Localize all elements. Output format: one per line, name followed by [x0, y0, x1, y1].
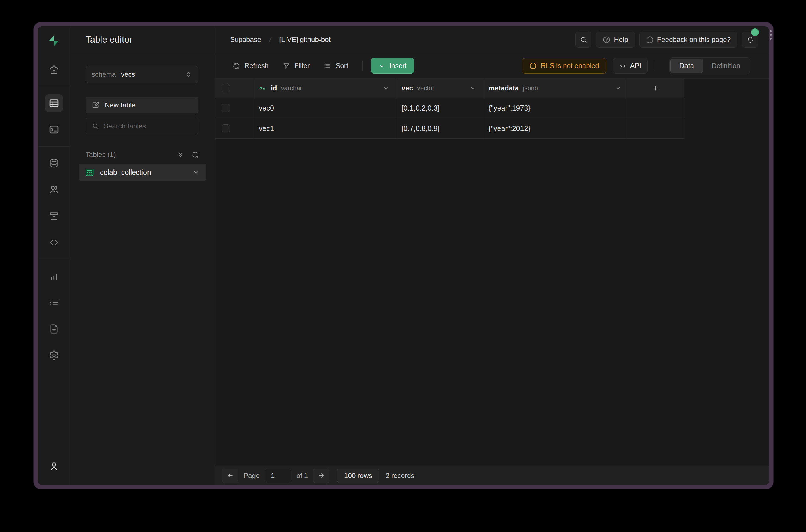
prev-page-button[interactable]	[222, 469, 238, 483]
sidebar-item-table-editor[interactable]	[45, 94, 63, 112]
home-icon	[49, 64, 59, 75]
new-table-label: New table	[105, 101, 136, 109]
nav-rail	[38, 26, 70, 485]
arrow-right-icon	[318, 472, 325, 479]
sidebar-item-edge-functions[interactable]	[45, 233, 63, 251]
file-text-icon	[49, 323, 59, 335]
sidebar-item-storage[interactable]	[45, 207, 63, 225]
column-name: id	[271, 84, 277, 92]
sidebar-item-settings[interactable]	[45, 346, 63, 364]
next-page-button[interactable]	[313, 469, 329, 483]
select-all-checkbox[interactable]	[222, 84, 230, 92]
new-table-button[interactable]: New table	[85, 97, 198, 113]
column-header-metadata[interactable]: metadata jsonb	[483, 79, 627, 98]
breadcrumb-project[interactable]: [LIVE] github-bot	[279, 36, 331, 44]
refresh-button[interactable]: Refresh	[232, 62, 269, 70]
search-button[interactable]	[575, 32, 591, 48]
cell-metadata[interactable]: {"year":2012}	[483, 118, 627, 139]
bell-icon	[746, 36, 754, 44]
chevron-down-icon[interactable]	[192, 169, 200, 176]
code-icon	[49, 237, 59, 248]
plus-icon	[652, 84, 660, 92]
schema-select-label: schema	[92, 70, 116, 78]
sidebar-item-database[interactable]	[45, 154, 63, 172]
select-all-cell[interactable]	[215, 79, 253, 98]
insert-button[interactable]: Insert	[371, 58, 414, 74]
feedback-button[interactable]: Feedback on this page?	[639, 32, 737, 48]
sort-list-icon	[323, 62, 331, 70]
records-count: 2 records	[385, 472, 414, 480]
alert-circle-icon	[529, 62, 537, 70]
column-name: vec	[402, 84, 413, 92]
row-checkbox[interactable]	[222, 125, 230, 132]
column-name: metadata	[488, 84, 519, 92]
cell-id[interactable]: vec1	[253, 118, 396, 139]
notifications-button[interactable]	[742, 32, 758, 48]
tab-definition[interactable]: Definition	[703, 59, 749, 73]
column-menu-chevron-icon[interactable]	[614, 85, 621, 92]
view-mode-tabs: Data Definition	[669, 57, 750, 74]
search-tables-input[interactable]: Search tables	[85, 118, 198, 134]
sidebar-item-logs[interactable]	[45, 293, 63, 311]
refresh-icon[interactable]	[192, 151, 199, 158]
sidebar-item-home[interactable]	[45, 61, 63, 78]
sidebar-item-authentication[interactable]	[45, 181, 63, 198]
notification-dot	[751, 28, 759, 36]
table-list-item-colab-collection[interactable]: colab_collection	[79, 164, 206, 181]
api-button[interactable]: API	[613, 58, 648, 74]
cell-id[interactable]: vec0	[253, 98, 396, 118]
tab-data[interactable]: Data	[670, 59, 703, 73]
cell-vec[interactable]: [0.7,0.8,0.9]	[396, 118, 483, 139]
column-menu-chevron-icon[interactable]	[469, 85, 477, 92]
help-button[interactable]: Help	[596, 32, 634, 48]
table-green-icon	[85, 168, 94, 177]
supabase-logo-icon	[47, 34, 61, 48]
search-tables-placeholder: Search tables	[104, 122, 146, 130]
bar-chart-icon	[49, 271, 59, 282]
message-bubble-icon	[646, 36, 654, 44]
rls-warning-badge[interactable]: RLS is not enabled	[522, 58, 607, 74]
edit-pencil-icon	[92, 101, 100, 109]
schema-select-value: vecs	[121, 70, 135, 78]
sidebar-item-reports[interactable]	[45, 267, 63, 285]
sort-button[interactable]: Sort	[323, 62, 348, 70]
arrow-left-icon	[227, 472, 234, 479]
cell-metadata[interactable]: {"year":1973}	[483, 98, 627, 118]
main-content: Supabase / [LIVE] github-bot Help	[215, 26, 769, 485]
table-editor-icon	[49, 98, 59, 109]
row-checkbox[interactable]	[222, 104, 230, 112]
pagination-footer: Page 1 of 1 100 rows 2 records	[215, 466, 769, 485]
column-header-id[interactable]: id varchar	[253, 79, 396, 98]
schema-select[interactable]: schema vecs	[85, 66, 198, 83]
expand-all-icon[interactable]	[176, 151, 184, 158]
column-header-vec[interactable]: vec vector	[396, 79, 483, 98]
rows-per-page-button[interactable]: 100 rows	[337, 469, 379, 483]
row-select-cell[interactable]	[215, 98, 253, 118]
table-editor-sidebar: Table editor schema vecs New table Searc	[70, 26, 215, 485]
app-window: Table editor schema vecs New table Searc	[34, 22, 773, 489]
settings-gear-icon	[49, 350, 59, 361]
sidebar-item-docs[interactable]	[45, 320, 63, 338]
filter-button[interactable]: Filter	[282, 62, 310, 70]
database-icon	[49, 158, 59, 169]
code-icon	[619, 62, 627, 70]
sort-label: Sort	[335, 62, 348, 70]
chevrons-up-down-icon	[185, 71, 192, 78]
tables-count-heading: Tables (1)	[85, 151, 116, 158]
breadcrumb-separator: /	[268, 35, 272, 44]
breadcrumb-org[interactable]: Supabase	[230, 36, 261, 44]
api-label: API	[630, 62, 641, 70]
row-select-cell[interactable]	[215, 118, 253, 139]
column-menu-chevron-icon[interactable]	[383, 85, 390, 92]
window-handle-dots	[769, 30, 772, 40]
add-column-button[interactable]	[627, 79, 684, 98]
cell-vec[interactable]: [0.1,0.2,0.3]	[396, 98, 483, 118]
page-title: Table editor	[85, 35, 132, 45]
filter-label: Filter	[294, 62, 310, 70]
account-button[interactable]	[45, 457, 63, 475]
page-number-input[interactable]: 1	[265, 469, 291, 483]
filter-funnel-icon	[282, 62, 290, 70]
terminal-icon	[49, 124, 59, 135]
data-grid-area: id varchar vec vector metadata jsonb	[215, 79, 769, 466]
sidebar-item-sql-editor[interactable]	[45, 121, 63, 138]
